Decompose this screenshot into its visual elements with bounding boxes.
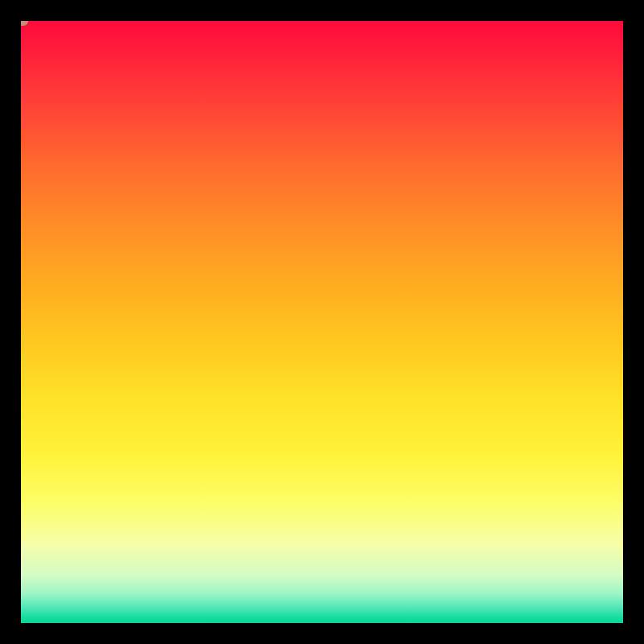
chart-frame (0, 0, 644, 644)
plot-area (21, 21, 623, 623)
bottleneck-curve (21, 21, 623, 623)
